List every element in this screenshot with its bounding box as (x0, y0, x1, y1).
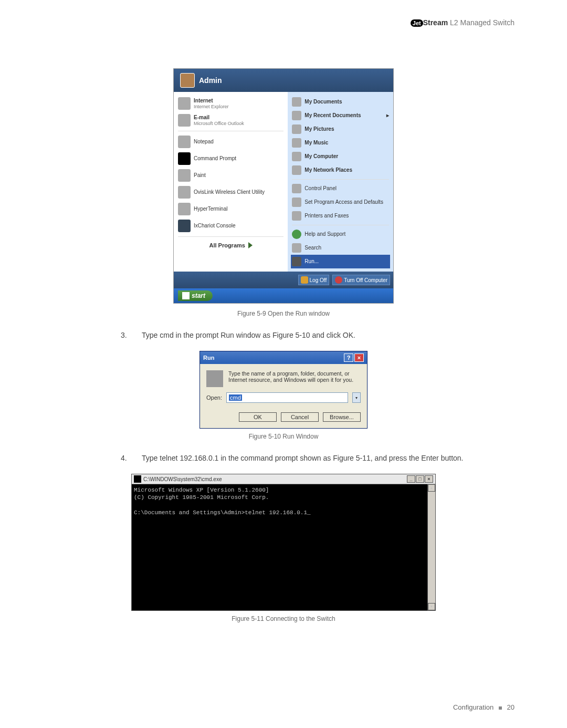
figure-5-11: C:\WINDOWS\system32\cmd.exe _ □ × Micros… (74, 474, 494, 611)
step-4-number: 4. (131, 454, 142, 462)
cancel-button[interactable]: Cancel (281, 412, 319, 422)
power-icon (335, 276, 342, 284)
dropdown-button[interactable]: ▾ (352, 392, 361, 403)
cmd-window: C:\WINDOWS\system32\cmd.exe _ □ × Micros… (131, 474, 436, 611)
close-button[interactable]: × (354, 353, 364, 362)
open-input[interactable]: cmd (226, 392, 348, 403)
start-button[interactable]: start (178, 290, 213, 301)
step-3: 3.Type cmd in the prompt Run window as F… (74, 331, 494, 339)
logoff-button[interactable]: Log Off (298, 275, 330, 285)
figure-5-9-caption: Figure 5-9 Open the Run window (74, 310, 494, 317)
scroll-up-button[interactable]: ▴ (428, 484, 435, 492)
step-4: 4.Type telnet 192.168.0.1 in the command… (74, 454, 494, 462)
recent-hyperterminal[interactable]: HyperTerminal (177, 201, 285, 217)
paint-icon (178, 169, 191, 182)
network-icon (292, 165, 301, 175)
ok-button[interactable]: OK (239, 412, 277, 422)
help-icon (292, 230, 301, 239)
turnoff-button[interactable]: Turn Off Computer (332, 275, 390, 285)
help-button[interactable]: ? (344, 353, 353, 362)
my-documents[interactable]: My Documents (291, 95, 390, 109)
run-dialog: Run ? × Type the name of a program, fold… (200, 351, 368, 429)
run-dialog-icon (206, 370, 223, 387)
folder-icon (292, 111, 301, 120)
pinned-internet[interactable]: InternetInternet Explorer (177, 95, 285, 112)
scroll-down-button[interactable]: ▾ (428, 603, 435, 610)
run-item[interactable]: Run... (291, 255, 390, 268)
header-brand: JetStream L2 Managed Switch (411, 18, 514, 27)
page-footer: Configuration 20 (453, 703, 514, 711)
hyperterminal-icon (178, 203, 191, 215)
all-programs[interactable]: All Programs (177, 239, 285, 252)
program-access[interactable]: Set Program Access and Defaults (291, 195, 390, 209)
search-icon (292, 243, 301, 253)
start-right-pane: My Documents My Recent Documents▸ My Pic… (288, 92, 393, 272)
figure-5-10: Run ? × Type the name of a program, fold… (74, 351, 494, 429)
control-panel[interactable]: Control Panel (291, 182, 390, 195)
recent-notepad[interactable]: Notepad (177, 133, 285, 150)
open-label: Open: (206, 394, 222, 401)
browse-button[interactable]: Browse... (323, 412, 361, 422)
help-support[interactable]: Help and Support (291, 227, 390, 241)
figure-5-11-caption: Figure 5-11 Connecting to the Switch (74, 615, 494, 622)
taskbar: start (174, 288, 393, 303)
pinned-email[interactable]: E-mailMicrosoft Office Outlook (177, 112, 285, 129)
recent-paint[interactable]: Paint (177, 167, 285, 184)
folder-icon (292, 124, 301, 134)
ixchariot-icon (178, 220, 191, 232)
recent-cmd[interactable]: Command Prompt (177, 150, 285, 167)
folder-icon (292, 97, 301, 107)
cmd-titlebar: C:\WINDOWS\system32\cmd.exe _ □ × (132, 474, 435, 484)
brand-badge: Jet (411, 19, 423, 27)
wireless-icon (178, 186, 191, 199)
footer-square-icon (499, 706, 502, 710)
cmd-icon (178, 152, 191, 165)
my-pictures[interactable]: My Pictures (291, 122, 390, 136)
maximize-button[interactable]: □ (416, 475, 424, 483)
run-titlebar: Run ? × (200, 351, 367, 364)
start-left-pane: InternetInternet Explorer E-mailMicrosof… (174, 92, 288, 272)
computer-icon (292, 152, 301, 161)
recent-ovislink[interactable]: OvisLink Wireless Client Utility (177, 184, 285, 201)
printers-faxes[interactable]: Printers and Faxes (291, 209, 390, 223)
notepad-icon (178, 136, 191, 148)
start-bottom-bar: Log Off Turn Off Computer (174, 272, 393, 288)
cmd-body[interactable]: Microsoft Windows XP [Version 5.1.2600] … (132, 484, 435, 610)
start-menu: Admin InternetInternet Explorer E-mailMi… (173, 68, 394, 304)
my-music[interactable]: My Music (291, 136, 390, 150)
outlook-icon (178, 114, 191, 127)
recent-ixchariot[interactable]: IxChariot Console (177, 217, 285, 234)
access-icon (292, 197, 301, 207)
step-3-number: 3. (131, 331, 142, 339)
chevron-right-icon: ▸ (386, 112, 389, 119)
run-description: Type the name of a program, folder, docu… (228, 370, 361, 387)
search[interactable]: Search (291, 241, 390, 255)
ie-icon (178, 97, 191, 110)
windows-logo-icon (182, 292, 190, 299)
my-computer[interactable]: My Computer (291, 150, 390, 163)
user-avatar (180, 73, 195, 88)
printer-icon (292, 211, 301, 221)
username: Admin (199, 76, 222, 85)
figure-5-10-caption: Figure 5-10 Run Window (74, 433, 494, 440)
close-button[interactable]: × (425, 475, 433, 483)
arrow-right-icon (248, 242, 253, 248)
folder-icon (292, 138, 301, 148)
figure-5-9: Admin InternetInternet Explorer E-mailMi… (74, 68, 494, 306)
minimize-button[interactable]: _ (407, 475, 415, 483)
start-menu-header: Admin (174, 69, 393, 92)
cmd-title-icon (134, 475, 141, 483)
logoff-icon (301, 276, 308, 284)
scrollbar[interactable]: ▴ ▾ (427, 484, 435, 610)
my-network[interactable]: My Network Places (291, 163, 390, 177)
controlpanel-icon (292, 184, 301, 193)
chevron-down-icon: ▾ (355, 396, 358, 400)
run-icon (292, 257, 301, 266)
my-recent-documents[interactable]: My Recent Documents▸ (291, 109, 390, 122)
